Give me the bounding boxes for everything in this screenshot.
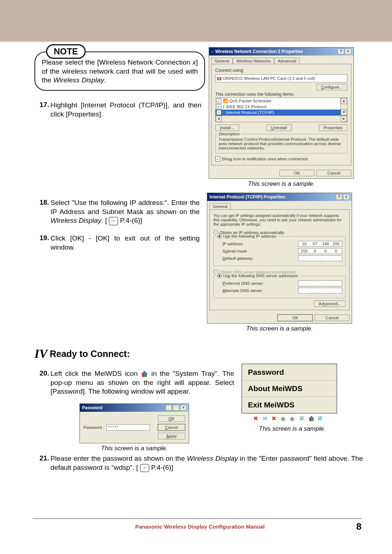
components-listbox[interactable]: ✓📶QoS Packet Scheduler ✓ℹIEEE 802.1X Pro… bbox=[215, 98, 347, 122]
step18-num: 18. bbox=[40, 198, 50, 225]
network-properties-dialog: ⌐Wireless Network Connection 2 Propertie… bbox=[209, 47, 354, 179]
ok-button[interactable]: OK bbox=[158, 415, 185, 422]
note-label: NOTE bbox=[46, 44, 86, 59]
close-icon[interactable]: × bbox=[345, 49, 351, 54]
tab-advanced[interactable]: Advanced bbox=[274, 58, 299, 64]
protocol-icon: ℹ bbox=[223, 110, 225, 115]
preferred-dns-input[interactable]: ... bbox=[298, 280, 342, 286]
scroll-right-icon[interactable]: ► bbox=[341, 116, 347, 122]
list-item-qos[interactable]: ✓📶QoS Packet Scheduler bbox=[216, 98, 340, 104]
dialog2-title: Internet Protocol (TCP/IP) Properties bbox=[209, 194, 285, 200]
dialog-titlebar: ⌐Wireless Network Connection 2 Propertie… bbox=[209, 48, 354, 56]
card-icon: ▮▮ bbox=[217, 76, 222, 81]
meiwds-icon bbox=[141, 371, 148, 377]
menu-exit[interactable]: Exit MeiWDS bbox=[242, 397, 336, 413]
sample-label: This screen is a sample. bbox=[207, 325, 352, 332]
cancel-button[interactable]: Cancel bbox=[158, 424, 185, 431]
close-icon[interactable]: × bbox=[180, 405, 187, 411]
tray-icon[interactable]: ✖ bbox=[253, 415, 261, 422]
meiwds-tray-icon[interactable] bbox=[308, 415, 316, 422]
step19-num: 19. bbox=[40, 234, 50, 252]
close-icon[interactable]: × bbox=[343, 194, 350, 200]
menu-password[interactable]: Password bbox=[242, 364, 336, 380]
uninstall-button[interactable]: Uninstall bbox=[266, 124, 292, 131]
menu-about[interactable]: About MeiWDS bbox=[242, 380, 336, 397]
alternate-dns-input[interactable]: ... bbox=[298, 288, 342, 294]
password-input[interactable]: ***** bbox=[106, 424, 150, 431]
tray-icon[interactable]: ◉ bbox=[281, 415, 289, 422]
section4-heading: IV Ready to Connect: bbox=[34, 347, 363, 361]
step21-text: Please enter the password as shown on th… bbox=[50, 454, 363, 472]
system-tray: ✖ ✉ ✖ ◉ ◉ 🖥 🖥 bbox=[241, 414, 336, 423]
configure-button[interactable]: Configure... bbox=[317, 84, 347, 90]
page-footer: Panasonic Wireless Display Configuration… bbox=[33, 518, 362, 532]
tray-icon[interactable]: ◉ bbox=[290, 415, 298, 422]
tab-general[interactable]: General bbox=[209, 203, 231, 209]
dialog1-title: Wireless Network Connection 2 Properties bbox=[215, 49, 303, 54]
help-icon[interactable]: ? bbox=[338, 49, 344, 54]
tray-icon[interactable]: ✖ bbox=[271, 415, 279, 422]
radio-use-ip[interactable] bbox=[217, 234, 222, 239]
radio-use-dns[interactable] bbox=[217, 274, 222, 278]
ip-address-input[interactable]: 10. 57. 148. 205 bbox=[298, 241, 342, 247]
sample-label: This screen is a sample. bbox=[241, 425, 343, 432]
step17-num: 17. bbox=[40, 101, 50, 119]
pointer-icon: ☞ bbox=[140, 464, 149, 472]
dialog2-titlebar: Internet Protocol (TCP/IP) Properties ? … bbox=[207, 193, 352, 201]
minimize-icon[interactable]: _ bbox=[166, 405, 172, 411]
sample-label: This screen is a sample. bbox=[34, 445, 234, 452]
description-group: Description Transmission Control Protoco… bbox=[215, 134, 347, 153]
cancel-button[interactable]: Cancel bbox=[317, 170, 351, 176]
list-item-tcpip[interactable]: ✓ℹInternet Protocol (TCP/IP) bbox=[216, 110, 340, 115]
ok-button[interactable]: OK bbox=[278, 315, 313, 321]
pwd-dialog-title: Password bbox=[82, 405, 103, 410]
gateway-input[interactable]: ... bbox=[298, 255, 342, 261]
step21-num: 21. bbox=[40, 454, 50, 472]
tray-icon[interactable]: 🖥 bbox=[299, 415, 307, 422]
properties-button[interactable]: Properties bbox=[319, 124, 347, 131]
step18-text: Select "Use the following IP address:". … bbox=[50, 198, 200, 225]
connect-using-label: Connect using: bbox=[215, 68, 347, 73]
step19-text: Click [OK] - [OK] to exit out of the set… bbox=[50, 234, 200, 252]
note-box: NOTE Please select the [Wireless Network… bbox=[34, 52, 205, 91]
scroll-down-icon[interactable]: ▼ bbox=[341, 109, 347, 115]
step20-text: Left click the MeiWDS icon in the "Syste… bbox=[50, 369, 234, 396]
cancel-button[interactable]: Cancel bbox=[315, 315, 350, 321]
tcpip-properties-dialog: Internet Protocol (TCP/IP) Properties ? … bbox=[207, 193, 352, 324]
footer-title: Panasonic Wireless Display Configuration… bbox=[44, 524, 356, 530]
maximize-icon[interactable]: □ bbox=[173, 405, 179, 411]
pwd-label: Password : bbox=[83, 425, 104, 430]
install-button[interactable]: Install... bbox=[215, 124, 239, 131]
description-label: Description bbox=[218, 132, 241, 136]
items-label: This connection uses the following items… bbox=[215, 92, 347, 97]
network-icon: ⌐ bbox=[211, 49, 214, 54]
tcpip-intro: You can get IP settings assigned automat… bbox=[213, 213, 346, 226]
adapter-field[interactable]: ▮▮ ORiNOCO Wireless LAN PC Card (3.3 and… bbox=[215, 74, 347, 82]
ok-button[interactable]: OK bbox=[279, 170, 314, 176]
list-item-ieee[interactable]: ✓ℹIEEE 802.1X Protocol bbox=[216, 104, 340, 110]
scroll-left-icon[interactable]: ◄ bbox=[216, 116, 222, 122]
scroll-up-icon[interactable]: ▲ bbox=[341, 98, 347, 104]
ip-group: Use the following IP address: IP address… bbox=[213, 236, 346, 266]
show-icon-checkbox[interactable]: ✓ bbox=[215, 156, 220, 161]
tray-icon[interactable]: ✉ bbox=[262, 415, 270, 422]
password-dialog: Password _ □ × Password : ***** bbox=[79, 403, 189, 443]
note-text: Please select the [Wireless Network Conn… bbox=[42, 58, 198, 85]
subnet-mask-input[interactable]: 255. 0. 0. 0 bbox=[298, 248, 342, 254]
scheduler-icon: 📶 bbox=[223, 98, 228, 103]
page-number: 8 bbox=[356, 521, 362, 532]
description-text: Transmission Control Protocol/Internet P… bbox=[219, 137, 344, 150]
help-icon[interactable]: ? bbox=[336, 194, 342, 200]
advanced-button[interactable]: Advanced... bbox=[314, 300, 346, 307]
tray-icon[interactable]: 🖥 bbox=[317, 415, 325, 422]
show-icon-label: Show icon in notification area when conn… bbox=[222, 157, 308, 161]
dns-group: Use the following DNS server addresses: … bbox=[213, 276, 346, 298]
roman-numeral: IV bbox=[34, 347, 48, 361]
tab-general[interactable]: General bbox=[211, 58, 233, 64]
apply-button[interactable]: Apply bbox=[158, 433, 185, 439]
section4-title: Ready to Connect: bbox=[50, 349, 130, 359]
tab-wireless-networks[interactable]: Wireless Networks bbox=[233, 58, 274, 64]
step17-text: Highlight [Internet Protocol (TCP/IP)], … bbox=[50, 101, 201, 119]
pointer-icon: ☞ bbox=[109, 217, 118, 225]
sample-label: This screen is a sample. bbox=[209, 180, 354, 188]
